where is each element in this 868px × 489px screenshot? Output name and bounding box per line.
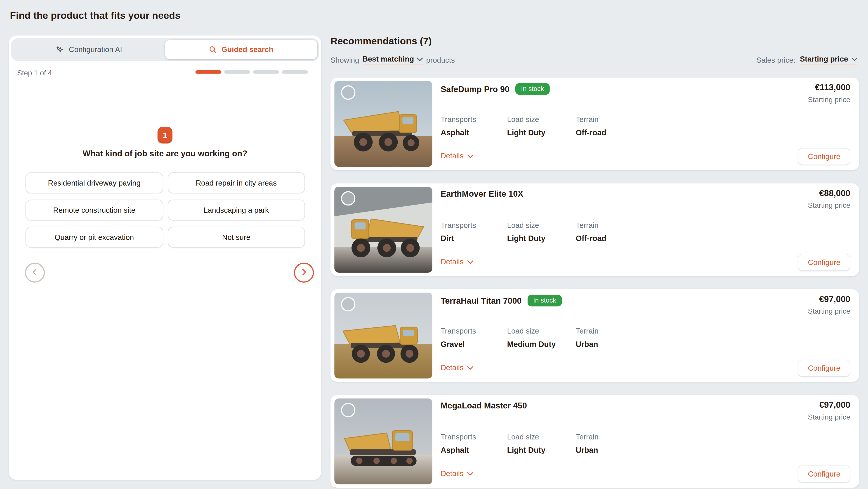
configure-button[interactable]: Configure bbox=[798, 148, 850, 165]
attribute-transports: Transports Asphalt bbox=[440, 433, 507, 455]
tab-configuration-ai-label: Configuration AI bbox=[69, 46, 122, 54]
question-text: What kind of job site are you working on… bbox=[9, 148, 321, 158]
attribute-label: Terrain bbox=[576, 115, 606, 123]
sales-price-value: Starting price bbox=[800, 55, 848, 63]
product-attributes: Transports Gravel Load size Medium Duty … bbox=[440, 327, 598, 349]
sales-price-dropdown[interactable]: Starting price bbox=[800, 55, 858, 65]
step-label: Step 1 of 4 bbox=[17, 69, 52, 77]
attribute-label: Load size bbox=[507, 327, 574, 335]
attribute-transports: Transports Asphalt bbox=[440, 115, 507, 137]
tracked-carrier-image bbox=[340, 421, 426, 472]
product-select-radio[interactable] bbox=[341, 191, 355, 206]
product-name: MegaLoad Master 450 bbox=[440, 401, 527, 410]
attribute-value: Asphalt bbox=[440, 445, 507, 454]
product-select-radio[interactable] bbox=[341, 297, 355, 312]
attribute-transports: Transports Dirt bbox=[440, 221, 507, 243]
sort-dropdown-value: Best matching bbox=[363, 55, 414, 63]
details-label: Details bbox=[440, 258, 463, 266]
details-toggle[interactable]: Details bbox=[440, 469, 473, 478]
chevron-down-icon bbox=[467, 258, 473, 266]
attribute-label: Transports bbox=[440, 115, 507, 123]
configure-button[interactable]: Configure bbox=[798, 359, 850, 377]
attribute-value: Off-road bbox=[576, 234, 606, 242]
option-remote-construction-site[interactable]: Remote construction site bbox=[26, 200, 163, 221]
attribute-value: Dirt bbox=[440, 234, 507, 242]
dump-truck-image bbox=[340, 315, 426, 366]
attribute-terrain: Terrain Urban bbox=[576, 433, 598, 455]
attribute-load-size: Load size Medium Duty bbox=[507, 327, 574, 349]
details-toggle[interactable]: Details bbox=[440, 364, 473, 372]
product-card: SafeDump Pro 90 In stock €113,000 Starti… bbox=[331, 78, 859, 170]
price-note: Starting price bbox=[808, 413, 850, 421]
option-residential-driveway-paving[interactable]: Residential driveway paving bbox=[26, 172, 163, 194]
tab-guided-search[interactable]: Guided search bbox=[165, 40, 317, 59]
sales-price-label: Sales price: bbox=[756, 56, 796, 64]
product-card: MegaLoad Master 450 €97,000 Starting pri… bbox=[331, 395, 859, 488]
progress-segment bbox=[282, 70, 308, 74]
in-stock-badge: In stock bbox=[516, 83, 550, 94]
details-label: Details bbox=[440, 364, 463, 372]
option-not-sure[interactable]: Not sure bbox=[167, 227, 305, 248]
option-quarry-or-pit-excavation[interactable]: Quarry or pit excavation bbox=[26, 227, 163, 248]
attribute-value: Urban bbox=[576, 340, 598, 348]
progress-segment bbox=[224, 70, 250, 74]
details-label: Details bbox=[440, 152, 463, 160]
product-name: EarthMover Elite 10X bbox=[440, 189, 523, 198]
dump-truck-image bbox=[340, 104, 426, 154]
sort-dropdown[interactable]: Best matching bbox=[363, 55, 423, 65]
card-title-row: TerraHaul Titan 7000 In stock bbox=[440, 295, 561, 307]
tab-configuration-ai[interactable]: Configuration AI bbox=[13, 40, 165, 59]
chevron-down-icon bbox=[417, 55, 423, 63]
product-attributes: Transports Asphalt Load size Light Duty … bbox=[440, 433, 598, 455]
price-note: Starting price bbox=[808, 307, 850, 315]
card-title-row: EarthMover Elite 10X bbox=[440, 189, 523, 198]
configure-button[interactable]: Configure bbox=[798, 465, 850, 483]
attribute-value: Urban bbox=[576, 445, 598, 454]
wizard-nav-row bbox=[25, 263, 314, 283]
recommendations-title: Recommendations (7) bbox=[331, 35, 432, 47]
attribute-value: Light Duty bbox=[507, 445, 574, 454]
attribute-load-size: Load size Light Duty bbox=[507, 115, 574, 137]
product-name: SafeDump Pro 90 bbox=[440, 84, 509, 94]
option-landscaping-a-park[interactable]: Landscaping a park bbox=[167, 200, 305, 221]
attribute-label: Transports bbox=[440, 433, 507, 441]
attribute-value: Off-road bbox=[576, 128, 606, 137]
showing-row: Showing Best matching products bbox=[331, 55, 455, 65]
question-number-badge: 1 bbox=[158, 127, 173, 143]
details-toggle[interactable]: Details bbox=[440, 258, 473, 266]
next-step-button[interactable] bbox=[294, 263, 314, 283]
product-select-radio[interactable] bbox=[341, 403, 355, 417]
dump-truck-image bbox=[340, 209, 426, 260]
attribute-value: Asphalt bbox=[440, 128, 507, 137]
product-name: TerraHaul Titan 7000 bbox=[440, 296, 522, 306]
attribute-value: Gravel bbox=[440, 340, 507, 348]
previous-step-button[interactable] bbox=[25, 263, 45, 283]
chevron-left-icon bbox=[32, 268, 38, 278]
attribute-label: Terrain bbox=[576, 433, 598, 441]
option-road-repair-in-city-areas[interactable]: Road repair in city areas bbox=[167, 172, 305, 194]
in-stock-badge: In stock bbox=[528, 295, 561, 307]
attribute-terrain: Terrain Off-road bbox=[576, 115, 606, 137]
price-note: Starting price bbox=[808, 201, 850, 209]
chevron-down-icon bbox=[467, 469, 473, 478]
search-icon bbox=[209, 46, 217, 54]
attribute-value: Light Duty bbox=[507, 234, 574, 242]
showing-suffix: products bbox=[426, 56, 455, 64]
attribute-value: Light Duty bbox=[507, 128, 574, 137]
product-price: €97,000 bbox=[819, 294, 850, 304]
attribute-value: Medium Duty bbox=[507, 340, 574, 348]
details-toggle[interactable]: Details bbox=[440, 152, 473, 160]
configure-button[interactable]: Configure bbox=[798, 254, 850, 271]
product-price: €113,000 bbox=[815, 83, 850, 92]
chevron-down-icon bbox=[851, 55, 858, 63]
progress-bar bbox=[195, 70, 308, 74]
page: Find the product that fits your needs Co… bbox=[0, 0, 868, 489]
attribute-label: Load size bbox=[507, 115, 574, 123]
product-price: €88,000 bbox=[819, 189, 850, 198]
attribute-label: Terrain bbox=[576, 327, 598, 335]
product-card: EarthMover Elite 10X €88,000 Starting pr… bbox=[331, 183, 859, 276]
product-attributes: Transports Dirt Load size Light Duty Ter… bbox=[440, 221, 606, 243]
product-card: TerraHaul Titan 7000 In stock €97,000 St… bbox=[331, 289, 859, 382]
details-label: Details bbox=[440, 469, 463, 478]
product-select-radio[interactable] bbox=[341, 85, 355, 100]
